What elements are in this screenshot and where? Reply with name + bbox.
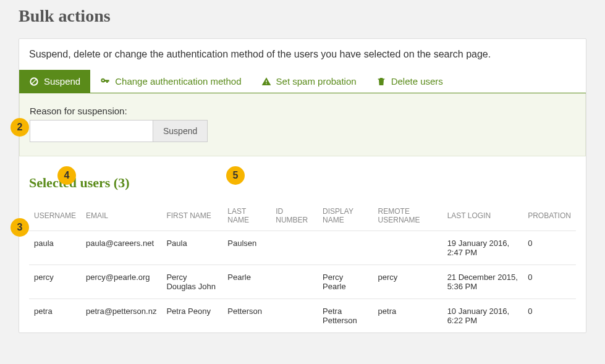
cell-username: percy bbox=[29, 265, 81, 299]
intro-text: Suspend, delete or change the authentica… bbox=[29, 49, 576, 60]
suspend-panel: Reason for suspension: Suspend bbox=[19, 93, 586, 156]
cell-display bbox=[318, 231, 373, 265]
tab-suspend[interactable]: Suspend bbox=[19, 70, 90, 93]
tab-delete-users[interactable]: Delete users bbox=[366, 70, 453, 93]
cell-display: Percy Pearle bbox=[318, 265, 373, 299]
cell-probation: 0 bbox=[523, 299, 576, 333]
users-table: USERNAME EMAIL FIRST NAME LAST NAME ID N… bbox=[29, 201, 576, 332]
tabs: Suspend Change authentication method Set… bbox=[19, 70, 586, 93]
th-email: EMAIL bbox=[81, 201, 161, 231]
ban-icon bbox=[29, 77, 39, 87]
cell-username: petra bbox=[29, 299, 81, 333]
table-row: petra petra@petterson.nz Petra Peony Pet… bbox=[29, 299, 576, 333]
cell-email: petra@petterson.nz bbox=[81, 299, 161, 333]
table-row: paula paula@careers.net Paula Paulsen 19… bbox=[29, 231, 576, 265]
tab-label: Set spam probation bbox=[276, 76, 357, 87]
th-id: ID NUMBER bbox=[271, 201, 318, 231]
cell-first: Petra Peony bbox=[161, 299, 222, 333]
th-last: LAST NAME bbox=[222, 201, 271, 231]
selected-users-title: Selected users (3) bbox=[29, 175, 576, 191]
th-first: FIRST NAME bbox=[161, 201, 222, 231]
annotation-marker-4: 4 bbox=[57, 166, 76, 185]
tab-label: Change authentication method bbox=[115, 76, 241, 87]
cell-email: percy@pearle.org bbox=[81, 265, 161, 299]
cell-probation: 0 bbox=[523, 265, 576, 299]
cell-last: Pearle bbox=[222, 265, 271, 299]
cell-id bbox=[271, 231, 318, 265]
th-display: DISPLAY NAME bbox=[318, 201, 373, 231]
suspend-button[interactable]: Suspend bbox=[153, 120, 208, 142]
cell-first: Percy Douglas John bbox=[161, 265, 222, 299]
th-lastlogin: LAST LOGIN bbox=[442, 201, 523, 231]
page-title: Bulk actions bbox=[19, 0, 586, 38]
users-tbody: paula paula@careers.net Paula Paulsen 19… bbox=[29, 231, 576, 333]
tab-label: Delete users bbox=[391, 76, 443, 87]
cell-last: Petterson bbox=[222, 299, 271, 333]
trash-icon bbox=[376, 77, 386, 87]
reason-input[interactable] bbox=[30, 120, 153, 142]
panel: 2 3 4 5 Suspend, delete or change the au… bbox=[19, 38, 586, 333]
cell-lastlogin: 10 January 2016, 6:22 PM bbox=[442, 299, 523, 333]
key-icon bbox=[100, 77, 110, 87]
tab-spam-probation[interactable]: Set spam probation bbox=[252, 70, 366, 93]
cell-id bbox=[271, 299, 318, 333]
cell-last: Paulsen bbox=[222, 231, 271, 265]
cell-lastlogin: 19 January 2016, 2:47 PM bbox=[442, 231, 523, 265]
warning-icon bbox=[261, 77, 271, 87]
table-row: percy percy@pearle.org Percy Douglas Joh… bbox=[29, 265, 576, 299]
cell-first: Paula bbox=[161, 231, 222, 265]
annotation-marker-5: 5 bbox=[226, 166, 245, 185]
cell-remote bbox=[373, 231, 442, 265]
th-probation: PROBATION bbox=[523, 201, 576, 231]
cell-probation: 0 bbox=[523, 231, 576, 265]
cell-username: paula bbox=[29, 231, 81, 265]
tab-label: Suspend bbox=[44, 76, 80, 87]
cell-display: Petra Petterson bbox=[318, 299, 373, 333]
cell-remote: percy bbox=[373, 265, 442, 299]
th-remote: REMOTE USERNAME bbox=[373, 201, 442, 231]
cell-remote: petra bbox=[373, 299, 442, 333]
cell-lastlogin: 21 December 2015, 5:36 PM bbox=[442, 265, 523, 299]
tab-change-auth[interactable]: Change authentication method bbox=[90, 70, 251, 93]
reason-label: Reason for suspension: bbox=[30, 106, 575, 116]
cell-email: paula@careers.net bbox=[81, 231, 161, 265]
th-username: USERNAME bbox=[29, 201, 81, 231]
annotation-marker-2: 2 bbox=[11, 118, 29, 137]
annotation-marker-3: 3 bbox=[11, 218, 29, 237]
cell-id bbox=[271, 265, 318, 299]
